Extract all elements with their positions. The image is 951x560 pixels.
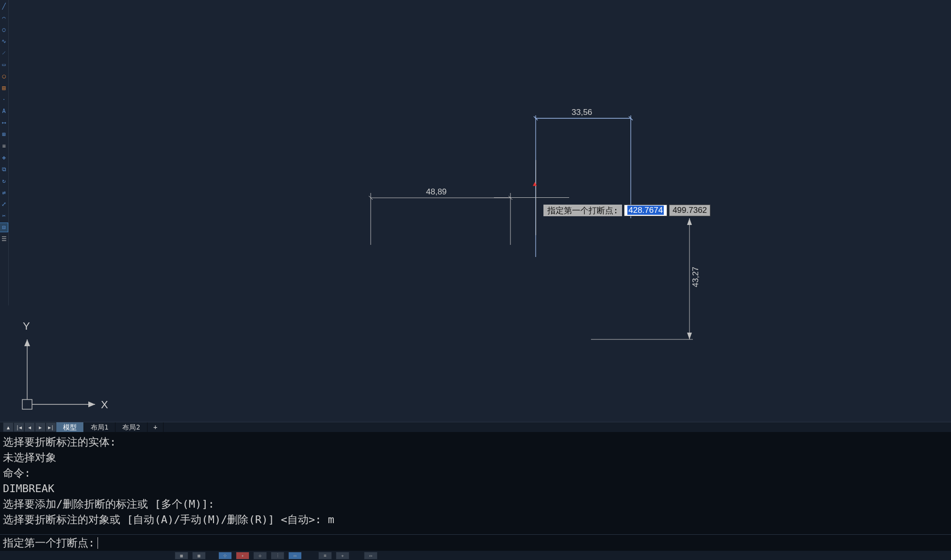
tool-poly-icon[interactable]: ⟋ [0,48,8,57]
tab-scroll-up-icon[interactable]: ▲ [3,422,14,432]
svg-line-4 [629,116,633,120]
command-input-bar[interactable]: 指定第一个打断点: [0,534,951,551]
tab-layout2[interactable]: 布局2 [115,422,147,432]
tab-layout1[interactable]: 布局1 [84,422,115,432]
dynamic-input-x[interactable]: 428.7674 [624,205,667,216]
status-polar-icon[interactable]: ✦ [236,552,249,560]
dimension-left-value: 48,89 [426,187,447,197]
status-snap-icon[interactable]: ▦ [192,552,206,560]
layout-tabs: ▲ |◀ ◀ ▶ ▶| 模型 布局1 布局2 + [0,422,951,432]
tab-add-button[interactable]: + [148,422,164,432]
cmd-line: DIMBREAK [3,481,948,496]
tab-nav-next[interactable]: ▶ [35,422,46,432]
tab-model[interactable]: 模型 [56,422,84,432]
crosshair-vertical [536,160,536,235]
dimension-right-value: 43,27 [691,267,701,288]
status-model-icon[interactable]: ▭ [364,552,377,560]
tab-nav-last[interactable]: ▶| [46,422,56,432]
svg-line-3 [534,116,538,120]
tool-props-icon[interactable]: ☰ [0,235,8,243]
tool-mirror-icon[interactable]: ⇄ [0,188,8,197]
tool-point-icon[interactable]: · [0,95,8,104]
command-input-prompt: 指定第一个打断点: [3,536,95,550]
ucs-x-label: X [101,399,108,411]
left-toolbar: ╱ ⌒ ○ ∿ ⟋ ▭ ◯ ▤ · A ⟷ ⊞ ≡ ✥ ⧉ ↻ ⇄ ⤢ ✂ ⊟ … [0,0,9,305]
cmd-line: 命令: [3,465,948,481]
command-input-cursor [98,537,98,549]
status-dyn-icon[interactable]: ▭ [288,552,302,560]
status-lwt-icon[interactable]: ≡ [318,552,332,560]
tab-nav-prev[interactable]: ◀ [24,422,35,432]
tool-rotate-icon[interactable]: ↻ [0,176,8,185]
command-history[interactable]: 选择要折断标注的实体: 未选择对象 命令: DIMBREAK 选择要添加/删除折… [0,432,951,534]
status-ortho-icon[interactable]: ⊹ [218,552,232,560]
cmd-line: 选择要添加/删除折断的标注或 [多个(M)]: [3,496,948,512]
svg-marker-16 [88,401,95,407]
dimension-top-value: 33,56 [572,108,592,117]
tool-line-icon[interactable]: ╱ [0,2,8,11]
tool-ellipse-icon[interactable]: ◯ [0,72,8,80]
tool-block-icon[interactable]: ⊞ [0,130,8,139]
dynamic-input-y[interactable]: 499.7362 [669,205,710,216]
svg-line-9 [508,196,512,200]
crosshair-horizontal [494,197,569,198]
tool-trim-icon[interactable]: ✂ [0,211,8,220]
tool-hatch-icon[interactable]: ▤ [0,83,8,92]
cmd-line: 未选择对象 [3,450,948,465]
tool-move-icon[interactable]: ✥ [0,153,8,162]
svg-marker-13 [687,333,692,339]
cmd-line: 选择要折断标注的实体: [3,434,948,450]
tool-dim-icon[interactable]: ⟷ [0,118,8,127]
svg-line-8 [369,196,373,200]
status-plus-icon[interactable]: + [336,552,349,560]
tool-text-icon[interactable]: A [0,107,8,115]
svg-marker-18 [24,339,30,346]
tab-nav-first[interactable]: |◀ [14,422,24,432]
svg-rect-14 [22,400,32,409]
status-bar: ▦ ▦ ⊹ ✦ ◇ ⋮ ▭ ≡ + ▭ [0,551,951,560]
tool-arc-icon[interactable]: ⌒ [0,14,8,22]
svg-marker-12 [687,218,692,225]
cmd-line: 选择要折断标注的对象或 [自动(A)/手动(M)/删除(R)] <自动>: m [3,512,948,528]
status-osnap-icon[interactable]: ◇ [253,552,267,560]
drawing-canvas[interactable]: 33,56 48,89 43,27 X Y ▲ 指定第一个打断点: 428.76… [9,0,951,422]
status-otrack-icon[interactable]: ⋮ [271,552,284,560]
tool-spline-icon[interactable]: ∿ [0,37,8,46]
tool-circle-icon[interactable]: ○ [0,25,8,34]
tool-copy-icon[interactable]: ⧉ [0,165,8,174]
tool-break-icon[interactable]: ⊟ [0,223,8,232]
status-grid-icon[interactable]: ▦ [175,552,188,560]
ucs-y-label: Y [23,320,30,333]
tool-scale-icon[interactable]: ⤢ [0,200,8,208]
dynamic-input-prompt: 指定第一个打断点: [543,205,622,216]
osnap-marker-icon: ▲ [533,179,537,187]
tool-layer-icon[interactable]: ≡ [0,142,8,150]
tool-rect-icon[interactable]: ▭ [0,60,8,69]
dynamic-input: 指定第一个打断点: 428.7674 499.7362 [543,205,710,216]
